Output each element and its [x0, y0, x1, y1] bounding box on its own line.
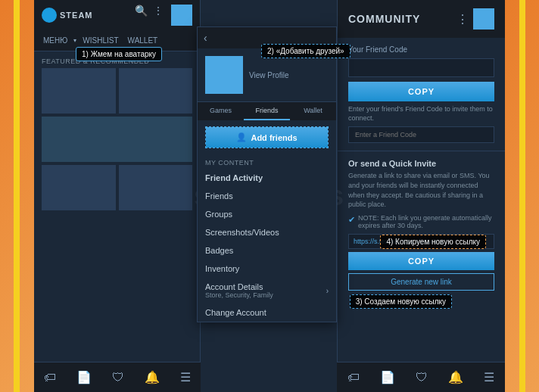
menu-friend-activity[interactable]: Friend Activity: [198, 169, 336, 187]
community-panel: COMMUNITY ⋮ Your Friend Code COPY Enter …: [337, 0, 505, 392]
add-friends-button[interactable]: 👤 Add friends: [206, 127, 328, 148]
community-bottom-bell-icon[interactable]: 🔔: [448, 370, 463, 384]
steam-header-icons: 🔍 ⋮: [135, 5, 192, 26]
bottom-tag-icon[interactable]: 🏷: [44, 371, 56, 384]
menu-account-details-sub: Store, Security, Family: [205, 291, 273, 299]
nav-wishlist[interactable]: WISHLIST: [79, 35, 121, 46]
add-friends-icon: 👤: [236, 132, 247, 142]
community-menu-dots[interactable]: ⋮: [456, 12, 469, 26]
gift-ribbon-left: [14, 0, 20, 392]
community-avatar[interactable]: [473, 8, 494, 30]
featured-item-5: [119, 165, 193, 210]
featured-item-2: [119, 68, 193, 114]
bottom-file-icon[interactable]: 📄: [76, 370, 92, 384]
menu-screenshots[interactable]: Screenshots/Videos: [198, 223, 336, 241]
quick-invite-section: Or send a Quick Invite Generate a link t…: [338, 151, 505, 297]
steam-icon: [42, 8, 57, 23]
menu-change-account[interactable]: Change Account: [198, 303, 336, 322]
generate-link-button[interactable]: Generate new link: [348, 273, 494, 291]
quick-invite-desc: Generate a link to share via email or SM…: [348, 171, 494, 209]
friend-code-section: Your Friend Code COPY Enter your friend'…: [338, 38, 505, 151]
steam-title: STEAM: [60, 11, 93, 20]
nav-wallet[interactable]: WALLET: [125, 35, 161, 46]
friend-code-input[interactable]: [348, 58, 494, 77]
friend-code-label: Your Friend Code: [348, 45, 494, 54]
gift-ribbon-right: [519, 0, 525, 392]
check-icon: ✔: [348, 215, 355, 225]
quick-invite-note: ✔ NOTE: Each link you generate automatic…: [348, 214, 494, 229]
friend-code-copy-button[interactable]: COPY: [348, 82, 494, 101]
view-profile-button[interactable]: View Profile: [249, 71, 289, 79]
menu-account-details-label: Account Details: [205, 282, 273, 291]
menu-friends[interactable]: Friends: [198, 187, 336, 205]
community-header-right: ⋮: [456, 8, 494, 30]
community-bottom-shield-icon[interactable]: 🛡: [416, 371, 428, 384]
search-icon[interactable]: 🔍: [135, 5, 147, 17]
add-friends-label: Add friends: [251, 133, 297, 142]
tab-friends[interactable]: Friends: [244, 102, 290, 120]
steam-logo: STEAM: [42, 8, 93, 23]
menu-arrow: ›: [326, 287, 329, 295]
tab-wallet[interactable]: Wallet: [290, 102, 336, 120]
annotation-step4: 4) Копируем новую ссылку: [380, 235, 486, 249]
enter-friend-code-input[interactable]: [348, 126, 494, 143]
menu-groups[interactable]: Groups: [198, 205, 336, 223]
community-bottom-file-icon[interactable]: 📄: [380, 370, 395, 384]
enter-code-hint: Enter your friend's Friend Code to invit…: [348, 105, 494, 123]
annotation-step3: 3) Создаем новую ссылку: [350, 294, 452, 309]
tab-games[interactable]: Games: [198, 102, 244, 120]
more-icon[interactable]: ⋮: [153, 5, 165, 17]
featured-item-4: [42, 165, 116, 210]
steam-client-panel: STEAM 🔍 ⋮ МЕНЮ ▾ WISHLIST WALLET 1) Жмем…: [34, 0, 201, 392]
quick-invite-title: Or send a Quick Invite: [348, 159, 494, 168]
community-header: COMMUNITY ⋮: [338, 0, 505, 38]
annotation-step1: 1) Жмем на аватарку: [76, 47, 162, 61]
profile-tabs: Games Friends Wallet: [198, 101, 336, 120]
menu-account-details[interactable]: Account Details Store, Security, Family …: [198, 278, 336, 303]
community-bottom-menu-icon[interactable]: ☰: [484, 370, 494, 384]
bottom-shield-icon[interactable]: 🛡: [112, 371, 124, 384]
menu-inventory[interactable]: Inventory: [198, 260, 336, 278]
bottom-menu-icon[interactable]: ☰: [180, 370, 191, 384]
nav-menu[interactable]: МЕНЮ: [40, 35, 70, 46]
annotation-step2: 2) «Добавить друзей»: [261, 44, 351, 58]
quick-invite-note-text: NOTE: Each link you generate automatical…: [358, 214, 494, 229]
steam-bottom-nav: 🏷 📄 🛡 🔔 ☰: [34, 362, 201, 392]
steam-header: STEAM 🔍 ⋮: [34, 0, 200, 30]
featured-grid: [34, 68, 200, 210]
profile-avatar: [205, 56, 243, 94]
community-bottom-tag-icon[interactable]: 🏷: [347, 371, 360, 384]
main-container: STEAM 🔍 ⋮ МЕНЮ ▾ WISHLIST WALLET 1) Жмем…: [34, 0, 505, 392]
add-friends-wrapper: 👤 Add friends: [205, 126, 329, 148]
menu-badges[interactable]: Badges: [198, 241, 336, 260]
bottom-bell-icon[interactable]: 🔔: [145, 370, 160, 384]
profile-popup: ‹ View Profile Games Friends Wallet 👤 Ad…: [197, 26, 337, 322]
avatar[interactable]: [171, 5, 192, 26]
featured-item-1: [42, 68, 116, 114]
community-bottom-nav: 🏷 📄 🛡 🔔 ☰: [337, 362, 505, 392]
featured-item-3: [42, 117, 192, 162]
invite-link-copy-button[interactable]: COPY: [348, 252, 494, 270]
community-title: COMMUNITY: [348, 13, 420, 25]
my-content-label: MY CONTENT: [198, 154, 336, 169]
